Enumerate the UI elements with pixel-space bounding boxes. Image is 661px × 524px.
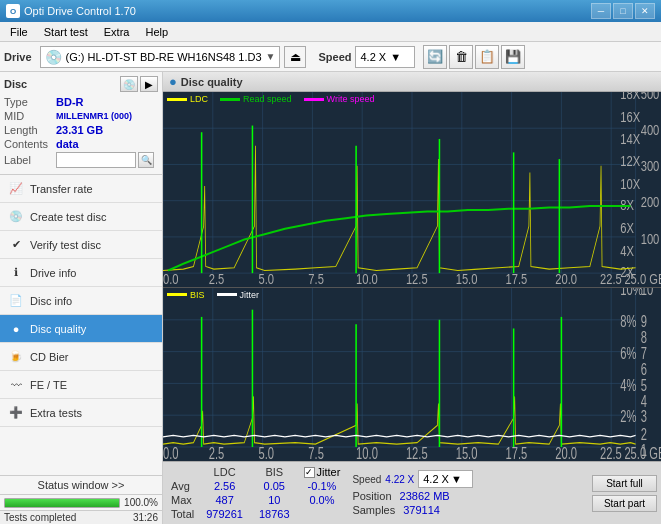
speed-dropdown[interactable]: 4.2 X ▼ — [355, 46, 415, 68]
menubar: File Start test Extra Help — [0, 22, 661, 42]
sidebar-label-disc-quality: Disc quality — [30, 323, 86, 335]
svg-text:15.0: 15.0 — [456, 444, 478, 461]
jitter-checkbox[interactable]: ✓ — [304, 467, 315, 478]
avg-ldc: 2.56 — [198, 479, 251, 493]
disc-icon-btn1[interactable]: 💿 — [120, 76, 138, 92]
close-button[interactable]: ✕ — [635, 3, 655, 19]
svg-text:400: 400 — [641, 121, 660, 138]
sidebar-item-disc-quality[interactable]: ● Disc quality — [0, 315, 162, 343]
chart-header-icon: ● — [169, 74, 177, 89]
refresh-button[interactable]: 🔄 — [423, 45, 447, 69]
copy-button[interactable]: 📋 — [475, 45, 499, 69]
stats-table: LDC BIS ✓ Jitter Avg 2.56 0.05 -0.1% Max… — [167, 465, 346, 521]
legend-read-color — [220, 98, 240, 101]
start-full-button[interactable]: Start full — [592, 475, 657, 492]
sidebar-item-drive-info[interactable]: ℹ Drive info — [0, 259, 162, 287]
drive-label: Drive — [4, 51, 32, 63]
svg-text:8: 8 — [641, 329, 648, 346]
status-window-button[interactable]: Status window >> — [0, 475, 162, 494]
drive-eject-button[interactable]: ⏏ — [284, 46, 306, 68]
max-bis: 10 — [251, 493, 298, 507]
disc-type-row: Type BD-R — [4, 96, 158, 108]
drive-select-text: (G:) HL-DT-ST BD-RE WH16NS48 1.D3 — [66, 51, 262, 63]
svg-text:9: 9 — [641, 313, 647, 330]
sidebar: Disc 💿 ▶ Type BD-R MID MILLENMR1 (000) L… — [0, 72, 163, 524]
svg-text:5: 5 — [641, 376, 648, 393]
svg-text:4: 4 — [641, 392, 648, 409]
sidebar-label-drive-info: Drive info — [30, 267, 76, 279]
svg-text:2%: 2% — [620, 408, 636, 425]
speed-stat-label: Speed — [352, 474, 381, 485]
menu-file[interactable]: File — [2, 24, 36, 40]
total-bis: 18763 — [251, 507, 298, 521]
erase-button[interactable]: 🗑 — [449, 45, 473, 69]
speed-stat-dropdown-value: 4.2 X — [423, 473, 449, 485]
sidebar-item-fe-te[interactable]: 〰 FE / TE — [0, 371, 162, 399]
charts-area: LDC Read speed Write speed — [163, 92, 661, 461]
verify-test-disc-icon: ✔ — [8, 237, 24, 253]
svg-text:100: 100 — [641, 230, 660, 247]
drive-dropdown-arrow[interactable]: ▼ — [266, 51, 276, 62]
svg-text:7.5: 7.5 — [308, 270, 324, 286]
sidebar-item-create-test-disc[interactable]: 💿 Create test disc — [0, 203, 162, 231]
sidebar-label-disc-info: Disc info — [30, 295, 72, 307]
content-area: ● Disc quality LDC Read speed — [163, 72, 661, 524]
save-button[interactable]: 💾 — [501, 45, 525, 69]
svg-text:22.5: 22.5 — [600, 270, 622, 286]
stat-header-jitter: Jitter — [317, 466, 341, 478]
svg-text:14X: 14X — [620, 131, 640, 148]
label-search-button[interactable]: 🔍 — [138, 152, 154, 168]
menu-help[interactable]: Help — [137, 24, 176, 40]
disc-icon-btn2[interactable]: ▶ — [140, 76, 158, 92]
legend-write-label: Write speed — [327, 94, 375, 104]
svg-text:4X: 4X — [620, 242, 634, 259]
svg-text:5.0: 5.0 — [259, 270, 275, 286]
speed-row: Speed 4.22 X 4.2 X ▼ — [352, 470, 586, 488]
jitter-checkbox-cell: ✓ Jitter — [298, 465, 347, 479]
extra-tests-icon: ➕ — [8, 405, 24, 421]
window-controls[interactable]: ─ □ ✕ — [591, 3, 655, 19]
svg-text:2.5: 2.5 — [209, 444, 225, 461]
svg-text:25.0 GB: 25.0 GB — [624, 270, 661, 286]
chart-header: ● Disc quality — [163, 72, 661, 92]
progress-bar-container: 100.0% — [0, 494, 162, 510]
svg-text:12.5: 12.5 — [406, 444, 428, 461]
upper-legend: LDC Read speed Write speed — [167, 94, 374, 104]
sidebar-item-extra-tests[interactable]: ➕ Extra tests — [0, 399, 162, 427]
legend-ldc: LDC — [167, 94, 208, 104]
speed-position-section: Speed 4.22 X 4.2 X ▼ Position 23862 MB S… — [352, 470, 586, 516]
type-label: Type — [4, 96, 56, 108]
disc-mid-row: MID MILLENMR1 (000) — [4, 110, 158, 122]
svg-text:20.0: 20.0 — [555, 444, 577, 461]
sidebar-item-disc-info[interactable]: 📄 Disc info — [0, 287, 162, 315]
create-test-disc-icon: 💿 — [8, 209, 24, 225]
svg-text:300: 300 — [641, 158, 660, 175]
label-input[interactable] — [56, 152, 136, 168]
menu-extra[interactable]: Extra — [96, 24, 138, 40]
sidebar-item-verify-test-disc[interactable]: ✔ Verify test disc — [0, 231, 162, 259]
svg-text:8%: 8% — [620, 313, 636, 330]
drive-info-icon: ℹ — [8, 265, 24, 281]
drive-dropdown[interactable]: 💿 (G:) HL-DT-ST BD-RE WH16NS48 1.D3 ▼ — [40, 46, 281, 68]
maximize-button[interactable]: □ — [613, 3, 633, 19]
start-part-button[interactable]: Start part — [592, 495, 657, 512]
legend-bis: BIS — [167, 290, 205, 300]
progress-bar-track — [4, 498, 120, 508]
disc-quality-icon: ● — [8, 321, 24, 337]
menu-start-test[interactable]: Start test — [36, 24, 96, 40]
sidebar-label-verify-test-disc: Verify test disc — [30, 239, 101, 251]
svg-text:12X: 12X — [620, 152, 640, 169]
samples-value: 379114 — [403, 504, 440, 516]
sidebar-item-transfer-rate[interactable]: 📈 Transfer rate — [0, 175, 162, 203]
mid-label: MID — [4, 110, 56, 122]
legend-read-label: Read speed — [243, 94, 292, 104]
progress-bar-fill — [5, 499, 119, 507]
legend-jitter-color — [217, 293, 237, 296]
svg-text:7: 7 — [641, 345, 647, 362]
position-row: Position 23862 MB — [352, 490, 586, 502]
disc-header: Disc 💿 ▶ — [4, 76, 158, 92]
sidebar-item-cd-bier[interactable]: 🍺 CD Bier — [0, 343, 162, 371]
minimize-button[interactable]: ─ — [591, 3, 611, 19]
speed-stat-dropdown[interactable]: 4.2 X ▼ — [418, 470, 473, 488]
speed-stat-dropdown-arrow: ▼ — [451, 473, 462, 485]
